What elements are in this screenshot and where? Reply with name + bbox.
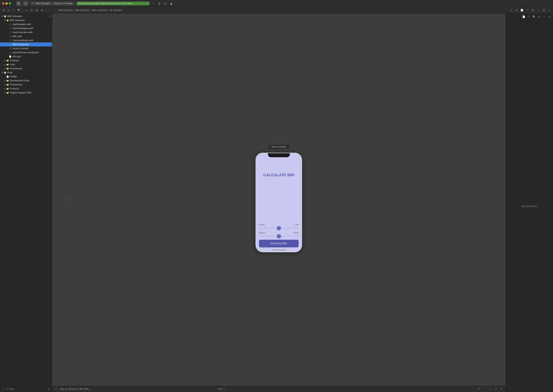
attr-inspector[interactable]: ⚙ <box>531 8 535 13</box>
sidebar-item-scene-delegate[interactable]: S SceneDelegate.swift <box>0 26 52 30</box>
arrow-icon: ▶ <box>4 83 6 86</box>
scheme-selector[interactable]: 🔨 BMI Calculator › iPhone 11 Pro Max <box>30 1 75 6</box>
close-button[interactable] <box>2 2 4 5</box>
minimize-button[interactable] <box>6 2 8 5</box>
sidebar-item-frameworks-1[interactable]: ▶ 📁 Frameworks <box>0 67 52 70</box>
panel-left-button[interactable]: ◫ <box>163 1 168 6</box>
pods-project-icon: 📋 <box>4 71 7 74</box>
size-inspector-icon[interactable]: ↔ <box>542 15 546 19</box>
filter-options-btn[interactable]: ⊡ <box>46 387 50 391</box>
search-btn[interactable]: 🔍 <box>17 8 21 13</box>
stop-button[interactable]: ■ <box>23 1 28 6</box>
arrow-icon: ▶ <box>4 91 6 94</box>
panel-right-button[interactable]: ◪ <box>169 1 173 6</box>
calculate-button[interactable]: CALCULATE <box>259 240 299 247</box>
connections-inspector[interactable]: ⊕ <box>542 8 546 13</box>
hierarchy-btn[interactable]: ⊕ <box>40 8 44 13</box>
arrow-icon: ▶ <box>4 59 6 62</box>
bc-part2[interactable]: BMI Calculator <box>75 9 90 12</box>
jump-bar-issue[interactable]: ⚐ <box>12 8 16 13</box>
main-layout: ▶ 📋 BMI Calculator M ▶ 📁 BMI Calculator … <box>0 14 553 392</box>
sidebar-item-app-delegate[interactable]: S AppDelegate.swift <box>0 22 52 26</box>
bc-part1[interactable]: BMI Calculator <box>58 9 73 12</box>
add-button[interactable]: + <box>151 1 156 6</box>
height-row: Height 1.5m <box>259 224 299 226</box>
folder-icon: 📁 <box>6 63 9 66</box>
jump-bar-back[interactable]: ⚏ <box>7 8 11 13</box>
iphone-screen: CALCULATE BMI Height 1.5m <box>256 153 301 252</box>
sidebar-item-bmi-calculator-group[interactable]: ▶ 📁 BMI Calculator <box>0 18 52 22</box>
sidebar-item-bmi-calculator-root[interactable]: ▶ 📋 BMI Calculator M <box>0 14 52 18</box>
bc-part3[interactable]: Main.storyboard <box>92 9 107 12</box>
sidebar-item-viewcontroller[interactable]: S ViewController.swift <box>0 30 52 34</box>
navigator-toggle[interactable]: ⊟ <box>1 8 6 13</box>
breadcrumb: BMI Calculator › BMI Calculator › Main.s… <box>58 9 122 12</box>
grid-btn[interactable]: ⊞ <box>35 8 39 13</box>
refresh-icon[interactable]: ↻ <box>477 387 481 391</box>
canvas-footer: ☐ View as: iPhone 11 (⌘C ⌘R) − 74% + ↻ 📱… <box>52 386 505 392</box>
filter-section: ⊙ Filter <box>7 388 14 390</box>
app-title: CALCULATE BMI <box>263 173 294 177</box>
spacer <box>6 43 9 46</box>
sidebar-item-podfile[interactable]: 📄 Podfile <box>0 75 52 79</box>
storyboard-icon: ⧈ <box>9 51 12 54</box>
traffic-lights <box>2 2 11 5</box>
attributes-inspector-icon[interactable]: ⚙ <box>537 15 541 19</box>
sidebar-item-assets[interactable]: ⊟ Assets.xcassets <box>0 46 52 50</box>
device-icon[interactable]: 📱 <box>483 387 487 391</box>
sidebar-item-info-plist[interactable]: 📄 Info.plist <box>0 55 52 58</box>
sidebar-item-targets-support[interactable]: ▶ 📁 Targets Support Files <box>0 91 52 95</box>
right-panel-toolbar: 📄 ? 🔍 ⚙ ↔ ⊕ <box>506 14 553 20</box>
sidebar-item-bmi-swift[interactable]: S BMI.swift <box>0 34 52 38</box>
folder-icon: 📁 <box>6 83 9 86</box>
sidebar-item-launchscreen[interactable]: ⧈ LaunchScreen.storyboard <box>0 50 52 55</box>
list-btn[interactable]: ☰ <box>29 8 34 13</box>
bc-part4: No Selection <box>110 9 122 12</box>
sidebar: ▶ 📋 BMI Calculator M ▶ 📁 BMI Calculator … <box>0 14 52 392</box>
layout-adjust-icon[interactable]: ⊢ <box>488 387 492 391</box>
sidebar-item-products-1[interactable]: ▶ 📁 Products <box>0 58 52 63</box>
size-inspector[interactable]: ↔ <box>536 8 540 13</box>
sidebar-item-pods-root[interactable]: ▶ 📋 Pods <box>0 70 52 75</box>
home-indicator <box>272 250 286 250</box>
export-icon[interactable]: ⬆ <box>499 387 503 391</box>
height-slider-container <box>259 226 299 230</box>
zoom-minus-btn[interactable]: − <box>216 388 217 390</box>
nav-back[interactable]: ‹ <box>47 8 52 13</box>
connections-inspector-icon[interactable]: ⊕ <box>547 15 552 19</box>
iphone-frame[interactable]: CALCULATE BMI Height 1.5m <box>255 153 302 252</box>
quick-help-icon[interactable]: ? <box>527 15 531 19</box>
sidebar-item-calculator-brain[interactable]: S CalculatorBrain.swift <box>0 38 52 42</box>
view-controller-scene: View Controller CALCULATE BMI Height <box>255 147 302 252</box>
inspector-toggle[interactable]: ≡ <box>509 8 513 13</box>
font-size-icon[interactable]: A <box>494 387 498 391</box>
sidebar-item-dev-pods[interactable]: ▶ 📁 Development Pods <box>0 79 52 83</box>
filter-label[interactable]: Filter <box>9 388 14 390</box>
nav-forward[interactable]: › <box>52 8 57 13</box>
weight-slider-thumb[interactable] <box>277 234 281 238</box>
sidebar-item-main-storyboard[interactable]: ⧈ Main.storyboard <box>0 42 52 46</box>
layout-button[interactable]: ⊞ <box>157 1 162 6</box>
file-inspector-icon[interactable]: 📄 <box>522 15 526 19</box>
sidebar-item-products-2[interactable]: ▶ 📁 Products <box>0 87 52 91</box>
view-as-toggle[interactable]: ☐ <box>54 387 58 391</box>
fullscreen-button[interactable] <box>9 2 11 5</box>
identity-inspector-icon[interactable]: 🔍 <box>532 15 536 19</box>
bc-sep3: › <box>108 9 109 12</box>
segue-arrow: → <box>67 197 71 202</box>
right-panel-content: No Selection <box>506 20 553 392</box>
height-slider-thumb[interactable] <box>277 226 281 230</box>
run-button[interactable]: ▶ <box>16 1 21 6</box>
zoom-plus-btn[interactable]: + <box>224 388 225 390</box>
sidebar-item-pods-group[interactable]: ▶ 📁 Pods <box>0 63 52 67</box>
file-inspector[interactable]: 📄 <box>520 8 524 13</box>
add-file-button[interactable]: + <box>1 387 6 391</box>
library-btn[interactable]: ＋ <box>547 8 552 13</box>
assistant-btn[interactable]: ⊟ <box>514 8 519 13</box>
sidebar-item-frameworks-2[interactable]: ▶ 📁 Frameworks <box>0 83 52 87</box>
caution-btn[interactable]: ⚠ <box>24 8 29 13</box>
spacer <box>6 27 9 30</box>
view-controller-label: View Controller <box>268 145 289 149</box>
help-btn[interactable]: ? <box>525 8 530 13</box>
bc-sep2: › <box>90 9 91 12</box>
